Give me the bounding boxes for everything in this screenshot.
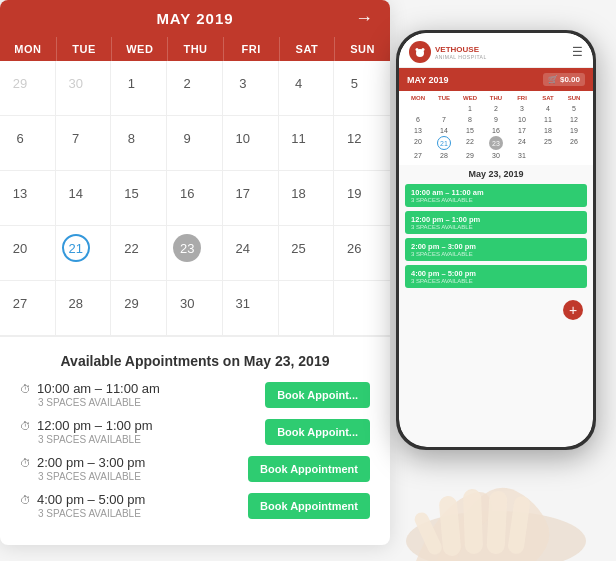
phone-cal-cell[interactable]: 5 bbox=[561, 103, 587, 114]
day-number bbox=[285, 289, 313, 317]
phone-day-sat: SAT bbox=[535, 95, 561, 101]
phone-cal-cell[interactable]: 31 bbox=[509, 150, 535, 161]
appt-info: 2:00 pm – 3:00 pm 3 SPACES AVAILABLE bbox=[20, 455, 145, 482]
phone-cart[interactable]: 🛒 $0.00 bbox=[543, 73, 585, 86]
day-number: 16 bbox=[173, 179, 201, 207]
cal-cell[interactable]: 1 bbox=[111, 61, 167, 116]
day-tue: TUE bbox=[56, 37, 112, 61]
phone-cal-cell[interactable]: 25 bbox=[535, 136, 561, 150]
appointment-item: 12:00 pm – 1:00 pm 3 SPACES AVAILABLE Bo… bbox=[20, 418, 370, 445]
phone-slot[interactable]: 12:00 pm – 1:00 pm 3 SPACES AVAILABLE bbox=[405, 211, 587, 234]
cal-cell[interactable]: 8 bbox=[111, 116, 167, 171]
phone-cal-cell[interactable]: 2 bbox=[483, 103, 509, 114]
cal-cell[interactable]: 10 bbox=[223, 116, 279, 171]
calendar-days-header: MON TUE WED THU FRI SAT SUN bbox=[0, 37, 390, 61]
cal-cell[interactable]: 18 bbox=[279, 171, 335, 226]
phone-cal-cell[interactable]: 12 bbox=[561, 114, 587, 125]
phone-cal-cell[interactable]: 8 bbox=[457, 114, 483, 125]
phone-app-header: VETHOUSE ANIMAL HOSPITAL ☰ bbox=[399, 33, 593, 68]
day-number: 24 bbox=[229, 234, 257, 262]
cal-cell[interactable]: 20 bbox=[0, 226, 56, 281]
cal-cell[interactable]: 23 bbox=[167, 226, 223, 281]
phone-cal-cell[interactable]: 14 bbox=[431, 125, 457, 136]
cal-cell[interactable]: 24 bbox=[223, 226, 279, 281]
cal-cell[interactable]: 7 bbox=[56, 116, 112, 171]
day-number: 21 bbox=[62, 234, 90, 262]
phone-cal-cell[interactable]: 30 bbox=[483, 150, 509, 161]
phone-cal-cell[interactable]: 21 bbox=[437, 136, 451, 150]
phone-cal-cell[interactable]: 22 bbox=[457, 136, 483, 150]
phone-cal-cell[interactable] bbox=[561, 150, 587, 161]
cal-cell[interactable]: 9 bbox=[167, 116, 223, 171]
phone-slot-time: 12:00 pm – 1:00 pm bbox=[411, 215, 581, 224]
phone-cal-cell[interactable]: 16 bbox=[483, 125, 509, 136]
phone-fab[interactable]: + bbox=[563, 300, 583, 320]
day-number: 8 bbox=[117, 124, 145, 152]
phone-cal-cell[interactable]: 13 bbox=[405, 125, 431, 136]
cal-cell[interactable]: 6 bbox=[0, 116, 56, 171]
cal-cell[interactable]: 25 bbox=[279, 226, 335, 281]
phone-cal-cell[interactable]: 17 bbox=[509, 125, 535, 136]
phone-slot-time: 10:00 am – 11:00 am bbox=[411, 188, 581, 197]
cal-cell[interactable]: 28 bbox=[56, 281, 112, 336]
phone-cal-cell[interactable]: 15 bbox=[457, 125, 483, 136]
day-number: 30 bbox=[173, 289, 201, 317]
cal-cell[interactable] bbox=[279, 281, 335, 336]
cal-cell[interactable]: 2 bbox=[167, 61, 223, 116]
cal-cell[interactable]: 4 bbox=[279, 61, 335, 116]
phone-cal-cell[interactable]: 1 bbox=[457, 103, 483, 114]
cal-cell[interactable]: 30 bbox=[56, 61, 112, 116]
cal-cell[interactable]: 13 bbox=[0, 171, 56, 226]
phone-slot[interactable]: 4:00 pm – 5:00 pm 3 SPACES AVAILABLE bbox=[405, 265, 587, 288]
next-month-arrow[interactable]: → bbox=[355, 8, 374, 29]
cal-cell[interactable]: 31 bbox=[223, 281, 279, 336]
phone-cal-cell[interactable]: 29 bbox=[457, 150, 483, 161]
phone-cal-cell[interactable]: 18 bbox=[535, 125, 561, 136]
phone-logo-text: VETHOUSE ANIMAL HOSPITAL bbox=[435, 45, 487, 60]
cal-cell[interactable]: 17 bbox=[223, 171, 279, 226]
phone-cal-cell[interactable]: 4 bbox=[535, 103, 561, 114]
phone-cal-cell[interactable] bbox=[431, 103, 457, 114]
phone-slot-spaces: 3 SPACES AVAILABLE bbox=[411, 278, 581, 284]
day-number: 13 bbox=[6, 179, 34, 207]
phone-cal-cell[interactable]: 9 bbox=[483, 114, 509, 125]
phone-cal-cell[interactable]: 3 bbox=[509, 103, 535, 114]
day-number bbox=[340, 289, 368, 317]
phone-cal-cell[interactable]: 20 bbox=[405, 136, 431, 150]
phone-logo: VETHOUSE ANIMAL HOSPITAL bbox=[409, 41, 487, 63]
phone-slot-time: 2:00 pm – 3:00 pm bbox=[411, 242, 581, 251]
phone-cal-cell[interactable]: 10 bbox=[509, 114, 535, 125]
phone-cal-cell[interactable]: 28 bbox=[431, 150, 457, 161]
phone-bottom-nav: + bbox=[399, 296, 593, 324]
phone-cal-cell[interactable]: 11 bbox=[535, 114, 561, 125]
phone-cal-cell[interactable] bbox=[535, 150, 561, 161]
hamburger-icon[interactable]: ☰ bbox=[572, 45, 583, 59]
phone-cal-cell[interactable] bbox=[405, 103, 431, 114]
cal-cell[interactable]: 16 bbox=[167, 171, 223, 226]
cal-cell[interactable]: 29 bbox=[111, 281, 167, 336]
appointment-item: 10:00 am – 11:00 am 3 SPACES AVAILABLE B… bbox=[20, 381, 370, 408]
appointment-item: 4:00 pm – 5:00 pm 3 SPACES AVAILABLE Boo… bbox=[20, 492, 370, 519]
cal-cell[interactable]: 27 bbox=[0, 281, 56, 336]
day-number: 10 bbox=[229, 124, 257, 152]
cal-cell[interactable]: 29 bbox=[0, 61, 56, 116]
phone-cal-cell[interactable]: 6 bbox=[405, 114, 431, 125]
cal-cell[interactable]: 3 bbox=[223, 61, 279, 116]
phone-days-header: MON TUE WED THU FRI SAT SUN bbox=[405, 95, 587, 101]
cal-cell[interactable]: 22 bbox=[111, 226, 167, 281]
cal-cell[interactable]: 30 bbox=[167, 281, 223, 336]
cal-cell[interactable]: 14 bbox=[56, 171, 112, 226]
phone-cal-cell[interactable]: 27 bbox=[405, 150, 431, 161]
phone-cal-cell[interactable]: 26 bbox=[561, 136, 587, 150]
phone-cal-cell[interactable]: 7 bbox=[431, 114, 457, 125]
phone-cal-cell[interactable]: 24 bbox=[509, 136, 535, 150]
phone-day-mon: MON bbox=[405, 95, 431, 101]
cal-cell[interactable]: 11 bbox=[279, 116, 335, 171]
phone-slot[interactable]: 10:00 am – 11:00 am 3 SPACES AVAILABLE bbox=[405, 184, 587, 207]
phone-day-thu: THU bbox=[483, 95, 509, 101]
phone-cal-cell[interactable]: 23 bbox=[489, 136, 503, 150]
phone-cal-cell[interactable]: 19 bbox=[561, 125, 587, 136]
cal-cell[interactable]: 15 bbox=[111, 171, 167, 226]
phone-slot[interactable]: 2:00 pm – 3:00 pm 3 SPACES AVAILABLE bbox=[405, 238, 587, 261]
cal-cell[interactable]: 21 bbox=[56, 226, 112, 281]
